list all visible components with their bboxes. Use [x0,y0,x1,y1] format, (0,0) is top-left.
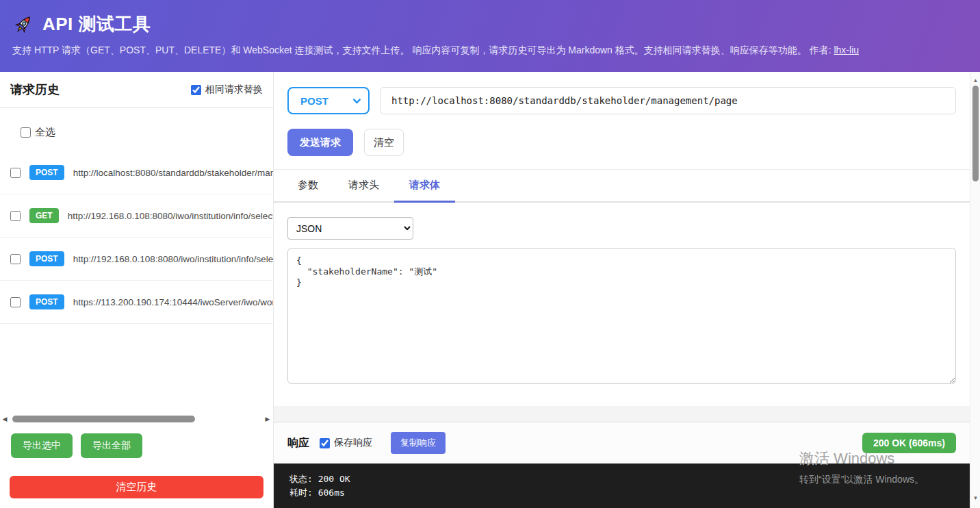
history-item[interactable]: POST https://113.200.190.174:10444/iwoSe… [0,281,273,324]
scroll-left-icon[interactable]: ◀ [0,416,10,422]
body-type-select[interactable]: JSON [287,217,413,240]
history-header: 请求历史 相同请求替换 [0,72,273,108]
replace-same-request-toggle[interactable]: 相同请求替换 [191,84,263,96]
subtitle-text: 支持 HTTP 请求（GET、POST、PUT、DELETE）和 WebSock… [12,45,831,55]
tab-params[interactable]: 参数 [283,170,333,203]
request-history-list: POST http://localhost:8080/standarddb/st… [0,151,273,324]
request-panel: POST 发送请求 清空 参数 请求头 请求体 JSON { "stakehol… [274,72,970,508]
method-select-wrap: POST [287,87,370,114]
history-horizontal-scrollbar[interactable]: ◀ ▶ [0,413,272,425]
history-item-url: http://192.168.0.108:8080/iwo/institutio… [73,254,273,264]
tab-headers[interactable]: 请求头 [333,170,394,203]
response-console: 状态: 200 OK 耗时: 606ms [274,463,970,508]
replace-same-request-label: 相同请求替换 [205,84,263,96]
history-item-url: http://192.168.0.108:8080/iwo/institutio… [68,211,273,221]
status-badge: 200 OK (606ms) [862,433,956,453]
scroll-down-icon[interactable]: ▼ [970,495,980,501]
app-subtitle: 支持 HTTP 请求（GET、POST、PUT、DELETE）和 WebSock… [12,45,968,57]
author-link[interactable]: lhx-liu [834,45,859,55]
method-badge: POST [29,165,64,180]
save-response-checkbox[interactable] [320,438,330,448]
export-buttons-row: 导出选中 导出全部 [11,433,142,458]
clear-history-button[interactable]: 清空历史 [10,476,263,498]
select-all-row[interactable]: 全选 [21,126,273,139]
request-tabs: 参数 请求头 请求体 [274,169,970,203]
scroll-right-icon[interactable]: ▶ [263,416,272,422]
history-item-checkbox[interactable] [10,211,21,221]
select-all-checkbox[interactable] [21,127,31,138]
send-request-button[interactable]: 发送请求 [287,129,353,156]
select-all-label: 全选 [35,126,55,139]
export-all-button[interactable]: 导出全部 [81,433,142,458]
history-item-checkbox[interactable] [10,297,21,307]
response-header: 响应 保存响应 复制响应 200 OK (606ms) [274,422,970,463]
rocket-icon [12,14,34,36]
api-test-tool-app: API 测试工具 支持 HTTP 请求（GET、POST、PUT、DELETE）… [0,0,980,508]
save-response-toggle[interactable]: 保存响应 [320,437,372,449]
app-header: API 测试工具 支持 HTTP 请求（GET、POST、PUT、DELETE）… [0,0,980,72]
history-item-checkbox[interactable] [10,254,21,264]
page-vertical-scrollbar[interactable]: ▲ ▼ [970,72,980,508]
clear-button[interactable]: 清空 [364,129,404,156]
history-item-url: http://localhost:8080/standarddb/stakeho… [73,168,273,178]
history-sidebar: 请求历史 相同请求替换 全选 POST http://localhost:808… [0,72,274,508]
history-title: 请求历史 [10,81,60,98]
request-actions-row: 发送请求 清空 [287,129,404,156]
page-title: API 测试工具 [42,12,151,36]
method-badge: POST [29,294,64,309]
horizontal-scroll-thumb[interactable] [12,416,195,422]
request-body-textarea[interactable]: { "stakeholderName": "测试" } [287,248,956,384]
history-item-url: https://113.200.190.174:10444/iwoServer/… [73,297,273,307]
method-select[interactable]: POST [287,87,370,114]
history-item[interactable]: GET http://192.168.0.108:8080/iwo/instit… [0,194,273,238]
scroll-up-icon[interactable]: ▲ [970,77,980,84]
copy-response-button[interactable]: 复制响应 [391,432,446,454]
vertical-scroll-thumb[interactable] [972,86,979,181]
section-divider-band [274,406,970,422]
replace-same-request-checkbox[interactable] [191,85,201,95]
method-badge: GET [29,208,59,223]
response-title: 响应 [287,436,309,450]
request-url-row: POST [287,87,956,114]
method-badge: POST [29,251,64,266]
url-input[interactable] [380,87,956,114]
tab-body[interactable]: 请求体 [394,170,455,203]
history-item-checkbox[interactable] [10,168,21,178]
history-item[interactable]: POST http://192.168.0.108:8080/iwo/insti… [0,238,273,281]
response-time-line: 耗时: 606ms [289,486,970,500]
save-response-label: 保存响应 [334,437,372,449]
history-item[interactable]: POST http://localhost:8080/standarddb/st… [0,151,273,194]
horizontal-scroll-track[interactable] [10,415,263,423]
export-selected-button[interactable]: 导出选中 [11,433,73,458]
response-status-line: 状态: 200 OK [289,472,970,486]
